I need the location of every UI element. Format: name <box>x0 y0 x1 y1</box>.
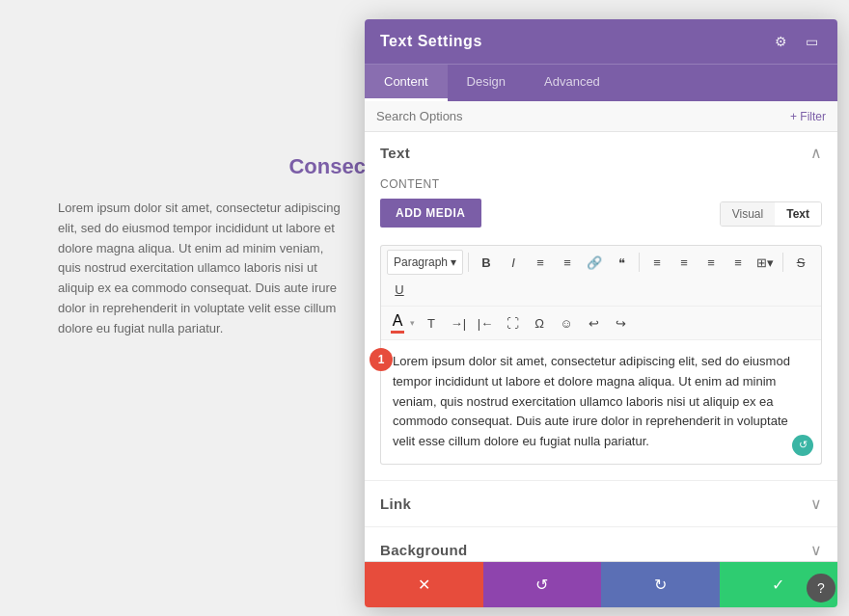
outdent-btn[interactable]: |← <box>473 310 498 335</box>
action-bar: ✕ ↺ ↻ ✓ <box>365 561 837 607</box>
align-center-btn[interactable]: ≡ <box>671 250 697 275</box>
expand-icon[interactable]: ▭ <box>801 31 822 52</box>
table-btn[interactable]: ⊞▾ <box>753 250 778 275</box>
color-indicator <box>391 331 404 334</box>
ol-btn[interactable]: ≡ <box>555 250 580 275</box>
tab-design[interactable]: Design <box>448 65 525 101</box>
background-section-toggle[interactable]: ∨ <box>810 541 822 559</box>
link-section-title: Link <box>380 495 411 512</box>
tabs-bar: Content Design Advanced <box>365 64 837 101</box>
indent-btn[interactable]: →| <box>446 310 471 335</box>
filter-button[interactable]: + Filter <box>790 110 826 123</box>
text-section-title: Text <box>380 145 410 161</box>
align-justify-btn[interactable]: ≡ <box>726 250 751 275</box>
fullscreen-btn[interactable]: ⛶ <box>500 310 525 335</box>
text-view-btn[interactable]: Text <box>775 202 821 226</box>
text-section-header[interactable]: Text ∧ <box>365 132 837 174</box>
settings-icon[interactable]: ⚙ <box>770 31 791 52</box>
link-btn[interactable]: 🔗 <box>582 250 607 275</box>
align-left-btn[interactable]: ≡ <box>644 250 670 275</box>
panel-header-icons: ⚙ ▭ <box>770 31 822 52</box>
refresh-button[interactable]: ↻ <box>601 562 720 607</box>
undo-btn[interactable]: ↩ <box>581 310 606 335</box>
toolbar-row-1: Paragraph ▾ B I ≡ ≡ 🔗 ❝ ≡ ≡ ≡ <box>381 246 821 307</box>
editor-text[interactable]: Lorem ipsum dolor sit amet, consectetur … <box>393 352 809 452</box>
cancel-button[interactable]: ✕ <box>365 562 483 607</box>
paragraph-label: Paragraph <box>394 255 448 269</box>
strikethrough-btn[interactable]: S <box>788 250 813 275</box>
search-bar: + Filter <box>365 101 837 132</box>
add-media-button[interactable]: ADD MEDIA <box>380 199 481 228</box>
text-section-toggle[interactable]: ∧ <box>810 144 822 162</box>
refresh-icon: ↻ <box>654 576 667 594</box>
visual-view-btn[interactable]: Visual <box>721 202 775 226</box>
panel-header: Text Settings ⚙ ▭ <box>365 19 837 64</box>
special-char-btn[interactable]: Ω <box>527 310 552 335</box>
bold-btn[interactable]: B <box>474 250 499 275</box>
paragraph-chevron: ▾ <box>451 255 456 269</box>
paragraph-select[interactable]: Paragraph ▾ <box>387 250 463 275</box>
background-section: Background ∨ <box>365 527 837 561</box>
panel-title: Text Settings <box>380 33 482 50</box>
color-chevron[interactable]: ▾ <box>410 318 415 328</box>
link-section-toggle[interactable]: ∨ <box>810 495 822 513</box>
editor-content[interactable]: 1 Lorem ipsum dolor sit amet, consectetu… <box>380 340 822 465</box>
view-toggle: Visual Text <box>720 201 822 227</box>
step-number: 1 <box>370 348 393 371</box>
tab-advanced[interactable]: Advanced <box>525 65 619 101</box>
text-section: Text ∧ Content ADD MEDIA Visual Text <box>365 132 837 481</box>
italic-btn[interactable]: I <box>501 250 526 275</box>
content-label: Content <box>380 177 822 191</box>
reset-button[interactable]: ↺ <box>483 562 602 607</box>
toolbar-row-2: A ▾ T →| |← ⛶ Ω ☺ ↩ ↪ <box>381 307 821 340</box>
save-icon: ✓ <box>772 576 784 594</box>
tab-content[interactable]: Content <box>365 65 448 101</box>
blockquote-btn[interactable]: ❝ <box>609 250 634 275</box>
emoji-btn[interactable]: ☺ <box>554 310 579 335</box>
help-label: ? <box>817 580 825 596</box>
ul-btn[interactable]: ≡ <box>528 250 553 275</box>
sep2 <box>639 253 640 272</box>
underline-btn[interactable]: U <box>387 277 412 302</box>
cancel-icon: ✕ <box>418 576 430 594</box>
help-icon[interactable]: ? <box>807 574 835 603</box>
sep3 <box>782 253 783 272</box>
link-section: Link ∨ <box>365 481 837 527</box>
align-right-btn[interactable]: ≡ <box>698 250 724 275</box>
redo-btn[interactable]: ↪ <box>608 310 633 335</box>
text-section-content: Content ADD MEDIA Visual Text Paragraph … <box>365 174 837 480</box>
link-section-header[interactable]: Link ∨ <box>365 481 837 526</box>
text-settings-panel: Text Settings ⚙ ▭ Content Design Advance… <box>365 19 837 607</box>
editor-toolbar: Paragraph ▾ B I ≡ ≡ 🔗 ❝ ≡ ≡ ≡ <box>380 245 822 340</box>
background-section-header[interactable]: Background ∨ <box>365 527 837 561</box>
text-format-btn[interactable]: T <box>419 310 444 335</box>
sep1 <box>468 253 469 272</box>
reset-icon: ↺ <box>535 576 548 594</box>
background-section-title: Background <box>380 542 468 558</box>
font-color-btn[interactable]: A <box>387 310 408 335</box>
panel-body: Text ∧ Content ADD MEDIA Visual Text <box>365 132 837 561</box>
bg-body: Lorem ipsum dolor sit amet, consectetur … <box>58 199 347 339</box>
font-color-letter: A <box>393 312 403 330</box>
search-input[interactable] <box>376 109 790 123</box>
sync-icon: ↺ <box>792 435 813 456</box>
